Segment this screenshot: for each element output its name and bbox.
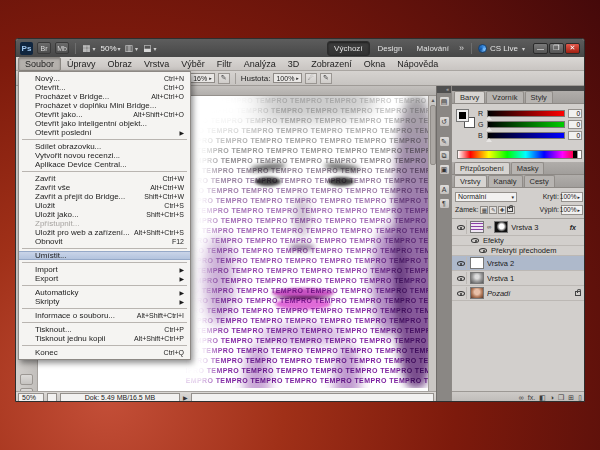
fx-collapse-caret[interactable]: ▾ [580,224,583,231]
character-icon[interactable]: A [439,184,450,195]
menu-okna[interactable]: Okna [358,58,392,70]
file-menu-item[interactable]: Uložit pro web a zařízení...Alt+Shift+Ct… [19,228,190,237]
fill-value[interactable]: 100%▸ [561,205,583,215]
file-menu-item[interactable]: ObnovitF12 [19,237,190,246]
menu-3d[interactable]: 3D [282,58,306,70]
adjust-tab-masky[interactable]: Masky [511,162,545,174]
link-layers-icon[interactable]: ∞ [519,393,524,403]
menu-obraz[interactable]: Obraz [102,58,139,70]
file-menu-item[interactable]: Zavřít a přejít do Bridge...Shift+Ctrl+W [19,192,190,201]
file-menu-item[interactable]: Zavřít všeAlt+Ctrl+W [19,183,190,192]
visibility-toggle[interactable] [478,247,488,254]
visibility-toggle[interactable] [470,237,480,244]
paragraph-icon[interactable]: ¶ [439,198,450,209]
file-menu-item[interactable]: Procházet v doplňku Mini Bridge... [19,101,190,110]
file-menu-item[interactable]: Nový...Ctrl+N [19,74,190,83]
layer-row[interactable]: Vrstva 1 [452,271,585,286]
file-menu-item[interactable]: Sdílet obrazovku... [19,142,190,151]
mini-bridge-icon[interactable]: ▤ [439,96,450,107]
close-button[interactable]: ✕ [565,43,580,54]
layers-tab-kanály[interactable]: Kanály [488,175,523,187]
visibility-toggle[interactable] [455,220,467,234]
vertical-scrollbar[interactable]: ▲ [428,96,436,391]
color-tab-barvy[interactable]: Barvy [454,91,485,103]
layer-thumbnail[interactable] [470,221,484,233]
layer-fx-badge[interactable]: fx [570,224,576,231]
blend-mode-select[interactable]: Normální▾ [455,192,517,202]
file-menu-item[interactable]: Otevřít jako inteligentní objekt... [19,119,190,128]
delete-layer-icon[interactable]: ▯ [578,393,582,403]
menu-zobrazení[interactable]: Zobrazení [305,58,358,70]
slider-thumb[interactable] [486,116,492,120]
slider-track-r[interactable] [487,110,565,117]
layer-thumbnail[interactable] [470,257,484,269]
visibility-toggle[interactable] [455,287,467,299]
color-tab-vzorník[interactable]: Vzorník [486,91,523,103]
lock-pixels-icon[interactable]: ✎ [489,206,497,214]
new-group-icon[interactable]: ❒ [558,393,564,403]
opacity-value[interactable]: 16% ▸ [190,73,214,83]
layer-thumbnail[interactable] [470,272,484,284]
slider-track-g[interactable] [487,121,565,128]
cs-live-button[interactable]: CS Live ▾ [478,44,525,53]
brush-presets-icon[interactable]: ✎ [439,136,450,147]
menu-výběr[interactable]: Výběr [175,58,211,70]
file-menu-item[interactable]: Otevřít poslední▶ [19,128,190,137]
status-options-arrow[interactable]: ▶ [183,394,188,401]
file-menu-item[interactable]: Import▶ [19,265,190,274]
layer-row[interactable]: Vrstva 2 [452,256,585,271]
file-menu-item[interactable]: Umístit... [19,251,190,260]
view-extras-icon[interactable]: ▦▾ [82,43,97,53]
arrange-documents-icon[interactable]: ▥▾ [125,43,140,53]
animation-icon[interactable]: ▣ [439,164,450,175]
effect-row[interactable]: Efekty [452,236,585,246]
workspace-malování[interactable]: Malování [410,42,454,55]
file-menu-item[interactable]: Otevřít...Ctrl+O [19,83,190,92]
layers-tab-vrstvy[interactable]: Vrstvy [454,175,487,187]
launch-mini-bridge-button[interactable]: Mb [55,42,69,54]
file-menu-item[interactable]: KonecCtrl+Q [19,348,190,357]
file-menu-item[interactable]: Informace o souboru...Alt+Shift+Ctrl+I [19,311,190,320]
menu-vrstva[interactable]: Vrstva [138,58,175,70]
color-tab-styly[interactable]: Styly [525,91,553,103]
slider-value[interactable]: 0 [568,120,582,129]
slider-track-b[interactable] [487,132,565,139]
launch-bridge-button[interactable]: Br [37,42,51,54]
menu-soubor[interactable]: Soubor [18,57,61,71]
lock-transparency-icon[interactable]: ▦ [480,206,488,214]
menu-analýza[interactable]: Analýza [238,58,282,70]
file-menu-item[interactable]: Automaticky▶ [19,288,190,297]
layer-thumbnail[interactable] [470,287,484,299]
menu-nápověda[interactable]: Nápověda [391,58,444,70]
file-menu-item[interactable]: Procházet v Bridge...Alt+Ctrl+O [19,92,190,101]
new-layer-icon[interactable]: ⊞ [568,393,574,403]
file-menu-item[interactable]: Otevřít jako...Alt+Shift+Ctrl+O [19,110,190,119]
file-menu-item[interactable]: Tisknout jednu kopiiAlt+Shift+Ctrl+P [19,334,190,343]
restore-button[interactable]: ❐ [549,43,564,54]
zoom-tool-icon[interactable] [20,374,33,385]
file-menu-item[interactable]: Zpřístupnit... [19,219,190,228]
file-menu-item[interactable]: Vytvořit novou recenzi... [19,151,190,160]
clone-source-icon[interactable]: ⧉ [439,150,450,161]
lock-position-icon[interactable]: ✚ [498,206,506,214]
file-menu-item[interactable]: Uložit jako...Shift+Ctrl+S [19,210,190,219]
add-mask-icon[interactable]: ◧ [539,393,546,403]
workspace-výchozí[interactable]: Výchozí [327,41,369,56]
panel-foreground-swatch[interactable] [457,110,468,121]
layers-opacity-value[interactable]: 100%▸ [561,192,583,202]
expand-dock-chevron[interactable]: « [437,86,451,93]
lock-all-icon[interactable] [507,206,515,214]
file-menu-item[interactable]: Aplikace Device Central... [19,160,190,169]
workspace-more-chevron[interactable]: » [459,43,465,53]
layer-row[interactable]: Pozadí [452,286,585,301]
slider-value[interactable]: 0 [568,109,582,118]
screen-mode-icon[interactable]: ⬓▾ [143,43,158,53]
pressure-opacity-icon[interactable]: ✎ [218,73,230,84]
file-menu-item[interactable]: Export▶ [19,274,190,283]
history-icon[interactable]: ↺ [439,116,450,127]
menu-úpravy[interactable]: Úpravy [61,58,102,70]
flow-value[interactable]: 100% ▸ [273,73,301,83]
slider-thumb[interactable] [486,138,492,142]
layer-row[interactable]: ∞Vrstva 3fx▾ [452,219,585,236]
pressure-size-icon[interactable]: ✎ [320,73,332,84]
